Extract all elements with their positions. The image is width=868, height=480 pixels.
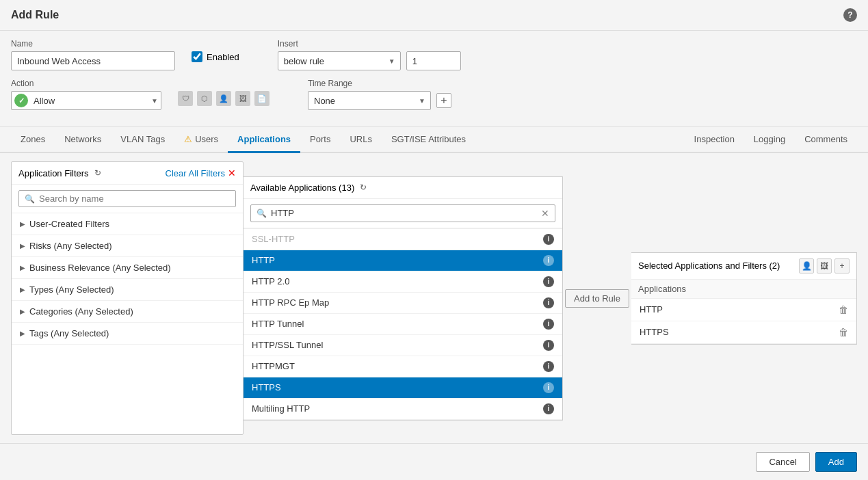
app-search-input[interactable] xyxy=(271,208,537,218)
tab-networks[interactable]: Networks xyxy=(55,127,111,153)
time-range-select-wrapper: None ▼ xyxy=(308,91,431,110)
rule-number-input[interactable] xyxy=(406,51,461,70)
app-item-httpmgt[interactable]: HTTPMGT i xyxy=(244,356,562,377)
filter-item-categories[interactable]: ▶ Categories (Any Selected) xyxy=(12,301,243,323)
action-input-group: ✓ Allow Trust Block Monitor ▼ xyxy=(11,91,161,110)
action-arrow: ▼ xyxy=(151,97,158,105)
enabled-label: Enabled xyxy=(207,52,239,62)
time-range-label: Time Range xyxy=(308,79,451,88)
tab-sgt-ise[interactable]: SGT/ISE Attributes xyxy=(382,127,475,153)
app-item-http-ssl-tunnel[interactable]: HTTP/SSL Tunnel i xyxy=(244,335,562,356)
filter-item-types[interactable]: ▶ Types (Any Selected) xyxy=(12,279,243,301)
tab-inspection[interactable]: Inspection xyxy=(685,127,744,153)
form-row-1: Name Enabled Insert below rule above rul… xyxy=(11,39,857,70)
app-item-http2[interactable]: HTTP 2.0 i xyxy=(244,271,562,293)
app-info-icon-ssl-http[interactable]: i xyxy=(543,234,554,245)
app-list: SSL-HTTP i HTTP i HTTP 2.0 i xyxy=(244,228,562,420)
selected-label-https: HTTPS xyxy=(640,327,669,337)
form-row-2: Action ✓ Allow Trust Block Monitor ▼ xyxy=(11,79,857,110)
app-item-http-tunnel[interactable]: HTTP Tunnel i xyxy=(244,314,562,335)
app-item-http[interactable]: HTTP i xyxy=(244,250,562,271)
app-search-clear-icon[interactable]: ✕ xyxy=(541,208,549,219)
app-info-icon-https[interactable]: i xyxy=(543,382,554,393)
selected-image-icon[interactable]: 🖼 xyxy=(817,258,832,274)
time-range-select[interactable]: None xyxy=(308,91,431,110)
filter-item-tags[interactable]: ▶ Tags (Any Selected) xyxy=(12,323,243,345)
filter-chevron-2: ▶ xyxy=(20,264,25,271)
app-search-icon: 🔍 xyxy=(257,209,267,218)
add-rule-dialog: Add Rule ? Name Enabled Insert below xyxy=(0,0,868,480)
tab-urls[interactable]: URLs xyxy=(340,127,382,153)
shield-policy-icon[interactable]: 🛡 xyxy=(178,91,193,106)
tab-applications[interactable]: Applications xyxy=(228,127,300,153)
filter-search-wrapper: 🔍 xyxy=(18,190,236,207)
filter-item-user-created[interactable]: ▶ User-Created Filters xyxy=(12,213,243,235)
app-label-ssl-http: SSL-HTTP xyxy=(252,234,295,244)
user-policy-icon[interactable]: 👤 xyxy=(216,91,231,106)
app-search-inner: 🔍 ✕ xyxy=(250,204,555,222)
tab-comments[interactable]: Comments xyxy=(795,127,857,153)
selected-add-icon[interactable]: + xyxy=(834,258,850,274)
clear-filters-x-icon: ✕ xyxy=(228,168,236,178)
doc-policy-icon[interactable]: 📄 xyxy=(254,91,269,106)
filter-chevron-5: ▶ xyxy=(20,330,25,337)
app-item-http-rpc[interactable]: HTTP RPC Ep Map i xyxy=(244,293,562,314)
filter-search-icon: 🔍 xyxy=(25,194,35,204)
add-time-range-button[interactable]: + xyxy=(436,93,451,108)
selected-user-icon[interactable]: 👤 xyxy=(799,258,814,274)
tab-zones[interactable]: Zones xyxy=(11,127,55,153)
selected-panel: Selected Applications and Filters (2) 👤 … xyxy=(631,252,857,345)
tab-logging[interactable]: Logging xyxy=(744,127,795,153)
app-info-icon-multiling[interactable]: i xyxy=(543,403,554,414)
available-panel: Available Applications (13) ↻ 🔍 ✕ xyxy=(244,176,563,421)
main-content: Application Filters ↻ Clear All Filters … xyxy=(0,153,868,443)
app-info-icon-http-ssl-tunnel[interactable]: i xyxy=(543,340,554,351)
filter-item-business[interactable]: ▶ Business Relevance (Any Selected) xyxy=(12,257,243,279)
help-icon[interactable]: ? xyxy=(843,8,857,22)
tab-vlan-tags[interactable]: VLAN Tags xyxy=(111,127,174,153)
action-group: Action ✓ Allow Trust Block Monitor ▼ xyxy=(11,79,161,110)
time-range-group: Time Range None ▼ + xyxy=(308,79,451,110)
app-info-icon-http2[interactable]: i xyxy=(543,276,554,287)
app-info-icon-http[interactable]: i xyxy=(543,255,554,266)
dialog-header: Add Rule ? xyxy=(0,0,868,31)
filter-label-4: Categories (Any Selected) xyxy=(29,306,133,317)
add-button[interactable]: Add xyxy=(815,452,857,472)
network-policy-icon[interactable]: ⬡ xyxy=(197,91,212,106)
app-info-icon-httpmgt[interactable]: i xyxy=(543,361,554,372)
filters-refresh-icon[interactable]: ↻ xyxy=(94,168,101,178)
app-label-http-ssl-tunnel: HTTP/SSL Tunnel xyxy=(252,340,323,350)
filter-item-risks[interactable]: ▶ Risks (Any Selected) xyxy=(12,235,243,257)
filters-title: Application Filters xyxy=(18,168,89,178)
cancel-button[interactable]: Cancel xyxy=(756,452,809,472)
delete-https-button[interactable]: 🗑 xyxy=(839,327,848,338)
insert-label: Insert xyxy=(278,39,461,49)
delete-http-button[interactable]: 🗑 xyxy=(839,304,848,315)
name-input[interactable] xyxy=(11,51,175,70)
insert-group: Insert below rule above rule at top at b… xyxy=(278,39,461,70)
app-label-http2: HTTP 2.0 xyxy=(252,276,289,286)
filter-search-input[interactable] xyxy=(39,194,230,204)
available-search-area: 🔍 ✕ xyxy=(244,199,562,228)
selected-item-https: HTTPS 🗑 xyxy=(631,321,856,344)
footer: Cancel Add xyxy=(0,443,868,480)
clear-filters-button[interactable]: Clear All Filters ✕ xyxy=(166,168,236,178)
image-policy-icon[interactable]: 🖼 xyxy=(235,91,250,106)
app-info-icon-http-tunnel[interactable]: i xyxy=(543,319,554,330)
add-to-rule-section: Add to Rule xyxy=(563,289,631,308)
available-refresh-icon[interactable]: ↻ xyxy=(360,183,367,192)
panels-container: Application Filters ↻ Clear All Filters … xyxy=(11,161,857,435)
action-select-wrapper: ✓ Allow Trust Block Monitor ▼ xyxy=(11,91,161,110)
app-item-multiling[interactable]: Multiling HTTP i xyxy=(244,399,562,420)
app-info-icon-http-rpc[interactable]: i xyxy=(543,297,554,308)
insert-select[interactable]: below rule above rule at top at bottom xyxy=(278,51,401,70)
app-item-ssl-http[interactable]: SSL-HTTP i xyxy=(244,228,562,250)
tab-ports[interactable]: Ports xyxy=(300,127,340,153)
enabled-checkbox[interactable] xyxy=(192,51,202,62)
action-select[interactable]: Allow Trust Block Monitor xyxy=(31,92,148,109)
add-to-rule-button[interactable]: Add to Rule xyxy=(565,289,629,308)
filter-label-5: Tags (Any Selected) xyxy=(29,328,109,338)
tab-users[interactable]: ⚠Users xyxy=(174,127,228,153)
available-title-group: Available Applications (13) ↻ xyxy=(250,183,367,193)
app-item-https[interactable]: HTTPS i xyxy=(244,377,562,399)
